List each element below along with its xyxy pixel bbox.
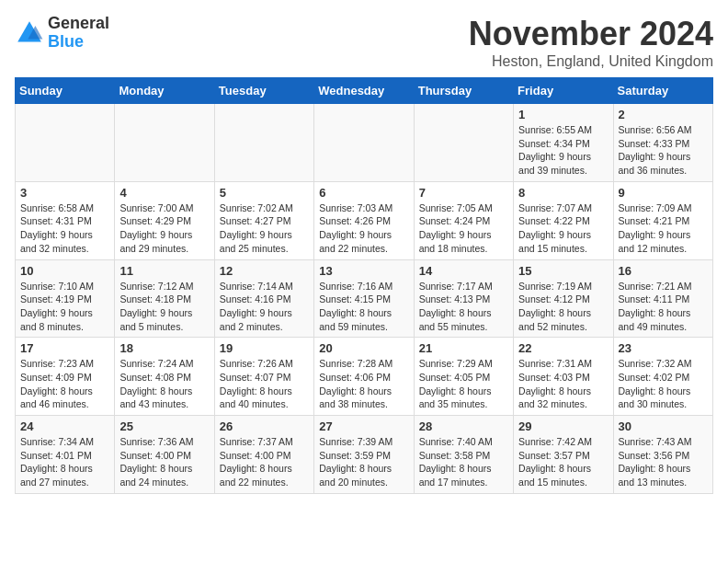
calendar-cell: 3Sunrise: 6:58 AM Sunset: 4:31 PM Daylig… <box>16 181 115 259</box>
day-info: Sunrise: 7:34 AM Sunset: 4:01 PM Dayligh… <box>20 435 109 489</box>
day-info: Sunrise: 7:00 AM Sunset: 4:29 PM Dayligh… <box>119 201 209 256</box>
day-number: 19 <box>220 341 309 355</box>
day-info: Sunrise: 7:07 AM Sunset: 4:22 PM Dayligh… <box>518 201 608 256</box>
calendar-cell: 16Sunrise: 7:21 AM Sunset: 4:11 PM Dayli… <box>613 259 712 338</box>
day-info: Sunrise: 7:09 AM Sunset: 4:21 PM Dayligh… <box>619 201 708 256</box>
calendar-cell <box>214 104 313 182</box>
calendar-week-row: 10Sunrise: 7:10 AM Sunset: 4:19 PM Dayli… <box>16 259 713 338</box>
calendar-table: SundayMondayTuesdayWednesdayThursdayFrid… <box>15 77 713 494</box>
day-number: 26 <box>220 419 309 433</box>
calendar-cell: 29Sunrise: 7:42 AM Sunset: 3:57 PM Dayli… <box>514 416 613 494</box>
day-number: 4 <box>119 186 209 200</box>
calendar-cell: 14Sunrise: 7:17 AM Sunset: 4:13 PM Dayli… <box>414 259 513 338</box>
calendar-cell: 19Sunrise: 7:26 AM Sunset: 4:07 PM Dayli… <box>214 338 313 416</box>
month-title: November 2024 <box>469 15 713 53</box>
day-number: 25 <box>119 419 209 433</box>
calendar-cell: 1Sunrise: 6:55 AM Sunset: 4:34 PM Daylig… <box>514 104 613 182</box>
title-area: November 2024 Heston, England, United Ki… <box>469 15 713 70</box>
day-info: Sunrise: 7:10 AM Sunset: 4:19 PM Dayligh… <box>20 280 109 334</box>
day-number: 6 <box>319 186 408 200</box>
calendar-cell: 15Sunrise: 7:19 AM Sunset: 4:12 PM Dayli… <box>514 259 613 338</box>
day-number: 18 <box>119 341 209 355</box>
weekday-header-row: SundayMondayTuesdayWednesdayThursdayFrid… <box>16 78 713 104</box>
day-number: 15 <box>518 264 608 278</box>
day-info: Sunrise: 7:28 AM Sunset: 4:06 PM Dayligh… <box>319 357 408 411</box>
day-info: Sunrise: 7:03 AM Sunset: 4:26 PM Dayligh… <box>319 201 408 256</box>
day-number: 30 <box>619 419 708 433</box>
day-number: 20 <box>319 341 408 355</box>
day-number: 8 <box>518 186 608 200</box>
calendar-cell: 8Sunrise: 7:07 AM Sunset: 4:22 PM Daylig… <box>514 181 613 259</box>
calendar-cell: 11Sunrise: 7:12 AM Sunset: 4:18 PM Dayli… <box>115 259 214 338</box>
logo-text: General Blue <box>48 15 109 52</box>
weekday-header: Friday <box>514 78 613 104</box>
day-info: Sunrise: 7:26 AM Sunset: 4:07 PM Dayligh… <box>220 357 309 411</box>
day-number: 22 <box>518 341 608 355</box>
day-info: Sunrise: 7:12 AM Sunset: 4:18 PM Dayligh… <box>119 280 209 334</box>
day-info: Sunrise: 7:32 AM Sunset: 4:02 PM Dayligh… <box>619 357 708 411</box>
calendar-week-row: 3Sunrise: 6:58 AM Sunset: 4:31 PM Daylig… <box>16 181 713 259</box>
day-info: Sunrise: 7:21 AM Sunset: 4:11 PM Dayligh… <box>619 280 708 334</box>
calendar-week-row: 17Sunrise: 7:23 AM Sunset: 4:09 PM Dayli… <box>16 338 713 416</box>
calendar-cell: 26Sunrise: 7:37 AM Sunset: 4:00 PM Dayli… <box>214 416 313 494</box>
calendar-week-row: 24Sunrise: 7:34 AM Sunset: 4:01 PM Dayli… <box>16 416 713 494</box>
day-number: 24 <box>20 419 109 433</box>
day-info: Sunrise: 7:37 AM Sunset: 4:00 PM Dayligh… <box>220 435 309 489</box>
calendar-cell: 5Sunrise: 7:02 AM Sunset: 4:27 PM Daylig… <box>214 181 313 259</box>
day-info: Sunrise: 7:16 AM Sunset: 4:15 PM Dayligh… <box>319 280 408 334</box>
calendar-week-row: 1Sunrise: 6:55 AM Sunset: 4:34 PM Daylig… <box>16 104 713 182</box>
calendar-cell: 2Sunrise: 6:56 AM Sunset: 4:33 PM Daylig… <box>613 104 712 182</box>
calendar-cell <box>314 104 414 182</box>
location: Heston, England, United Kingdom <box>469 53 713 70</box>
calendar-cell: 21Sunrise: 7:29 AM Sunset: 4:05 PM Dayli… <box>414 338 513 416</box>
day-number: 11 <box>119 264 209 278</box>
day-number: 13 <box>319 264 408 278</box>
calendar-cell: 4Sunrise: 7:00 AM Sunset: 4:29 PM Daylig… <box>115 181 214 259</box>
day-number: 5 <box>220 186 309 200</box>
day-info: Sunrise: 6:56 AM Sunset: 4:33 PM Dayligh… <box>619 123 708 178</box>
calendar-cell: 13Sunrise: 7:16 AM Sunset: 4:15 PM Dayli… <box>314 259 414 338</box>
day-info: Sunrise: 7:17 AM Sunset: 4:13 PM Dayligh… <box>419 280 508 334</box>
day-info: Sunrise: 7:05 AM Sunset: 4:24 PM Dayligh… <box>419 201 508 256</box>
day-info: Sunrise: 7:39 AM Sunset: 3:59 PM Dayligh… <box>319 435 408 489</box>
calendar-cell: 7Sunrise: 7:05 AM Sunset: 4:24 PM Daylig… <box>414 181 513 259</box>
day-number: 28 <box>419 419 508 433</box>
day-number: 3 <box>20 186 109 200</box>
day-info: Sunrise: 7:31 AM Sunset: 4:03 PM Dayligh… <box>518 357 608 411</box>
day-info: Sunrise: 7:14 AM Sunset: 4:16 PM Dayligh… <box>220 280 309 334</box>
weekday-header: Saturday <box>613 78 712 104</box>
day-info: Sunrise: 7:43 AM Sunset: 3:56 PM Dayligh… <box>619 435 708 489</box>
day-info: Sunrise: 7:19 AM Sunset: 4:12 PM Dayligh… <box>518 280 608 334</box>
day-info: Sunrise: 7:23 AM Sunset: 4:09 PM Dayligh… <box>20 357 109 411</box>
weekday-header: Sunday <box>16 78 115 104</box>
calendar-cell: 25Sunrise: 7:36 AM Sunset: 4:00 PM Dayli… <box>115 416 214 494</box>
calendar-cell: 24Sunrise: 7:34 AM Sunset: 4:01 PM Dayli… <box>16 416 115 494</box>
calendar-cell: 17Sunrise: 7:23 AM Sunset: 4:09 PM Dayli… <box>16 338 115 416</box>
day-number: 17 <box>20 341 109 355</box>
day-number: 12 <box>220 264 309 278</box>
calendar-cell: 22Sunrise: 7:31 AM Sunset: 4:03 PM Dayli… <box>514 338 613 416</box>
calendar-cell: 27Sunrise: 7:39 AM Sunset: 3:59 PM Dayli… <box>314 416 414 494</box>
day-number: 16 <box>619 264 708 278</box>
calendar-cell: 23Sunrise: 7:32 AM Sunset: 4:02 PM Dayli… <box>613 338 712 416</box>
calendar-cell: 20Sunrise: 7:28 AM Sunset: 4:06 PM Dayli… <box>314 338 414 416</box>
header: General Blue November 2024 Heston, Engla… <box>15 15 713 70</box>
day-info: Sunrise: 7:29 AM Sunset: 4:05 PM Dayligh… <box>419 357 508 411</box>
day-number: 23 <box>619 341 708 355</box>
day-number: 27 <box>319 419 408 433</box>
logo-icon <box>15 18 44 48</box>
day-number: 9 <box>619 186 708 200</box>
weekday-header: Tuesday <box>214 78 313 104</box>
day-info: Sunrise: 7:40 AM Sunset: 3:58 PM Dayligh… <box>419 435 508 489</box>
calendar-cell: 28Sunrise: 7:40 AM Sunset: 3:58 PM Dayli… <box>414 416 513 494</box>
calendar-cell <box>16 104 115 182</box>
logo: General Blue <box>15 15 109 52</box>
day-info: Sunrise: 7:24 AM Sunset: 4:08 PM Dayligh… <box>119 357 209 411</box>
calendar-cell: 18Sunrise: 7:24 AM Sunset: 4:08 PM Dayli… <box>115 338 214 416</box>
day-info: Sunrise: 6:58 AM Sunset: 4:31 PM Dayligh… <box>20 201 109 256</box>
calendar-cell <box>115 104 214 182</box>
calendar-cell: 9Sunrise: 7:09 AM Sunset: 4:21 PM Daylig… <box>613 181 712 259</box>
day-number: 7 <box>419 186 508 200</box>
day-info: Sunrise: 6:55 AM Sunset: 4:34 PM Dayligh… <box>518 123 608 178</box>
weekday-header: Thursday <box>414 78 513 104</box>
